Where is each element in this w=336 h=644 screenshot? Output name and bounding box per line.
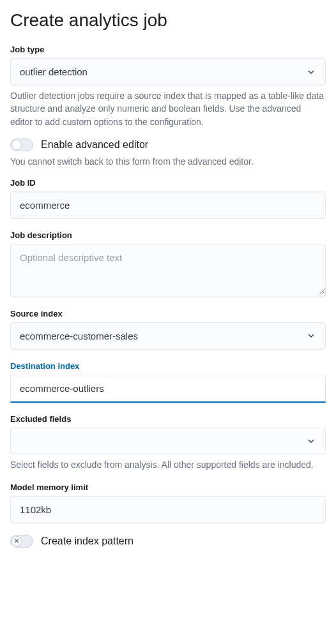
job-id-label: Job ID (10, 178, 326, 188)
close-icon: ✕ (14, 538, 19, 544)
job-type-value: outlier detection (20, 66, 88, 77)
create-index-pattern-label: Create index pattern (41, 535, 134, 547)
source-index-label: Source index (10, 309, 326, 318)
job-type-select[interactable]: outlier detection (10, 58, 326, 86)
destination-index-input[interactable] (11, 375, 325, 401)
model-memory-label: Model memory limit (10, 483, 326, 492)
advanced-editor-toggle[interactable] (10, 139, 33, 151)
create-index-pattern-toggle[interactable]: ✕ (10, 535, 33, 548)
excluded-fields-label: Excluded fields (10, 414, 326, 424)
job-description-textarea[interactable] (11, 244, 325, 294)
job-type-help: Outlier detection jobs require a source … (10, 89, 326, 128)
advanced-editor-help: You cannot switch back to this form from… (10, 156, 326, 167)
excluded-fields-select[interactable] (10, 428, 326, 454)
source-index-value: ecommerce-customer-sales (20, 331, 138, 341)
model-memory-input[interactable] (11, 497, 325, 523)
destination-index-label: Destination index (10, 361, 326, 371)
advanced-editor-label: Enable advanced editor (41, 139, 148, 151)
chevron-down-icon (306, 436, 316, 446)
job-description-label: Job description (10, 230, 326, 240)
job-type-label: Job type (10, 45, 326, 54)
job-id-input[interactable] (11, 192, 325, 218)
page-title: Create analytics job (10, 10, 326, 31)
excluded-fields-help: Select fields to exclude from analysis. … (10, 458, 326, 471)
chevron-down-icon (306, 331, 316, 341)
chevron-down-icon (306, 67, 316, 77)
toggle-thumb (11, 140, 22, 150)
source-index-select[interactable]: ecommerce-customer-sales (10, 322, 326, 350)
toggle-thumb: ✕ (11, 536, 22, 546)
